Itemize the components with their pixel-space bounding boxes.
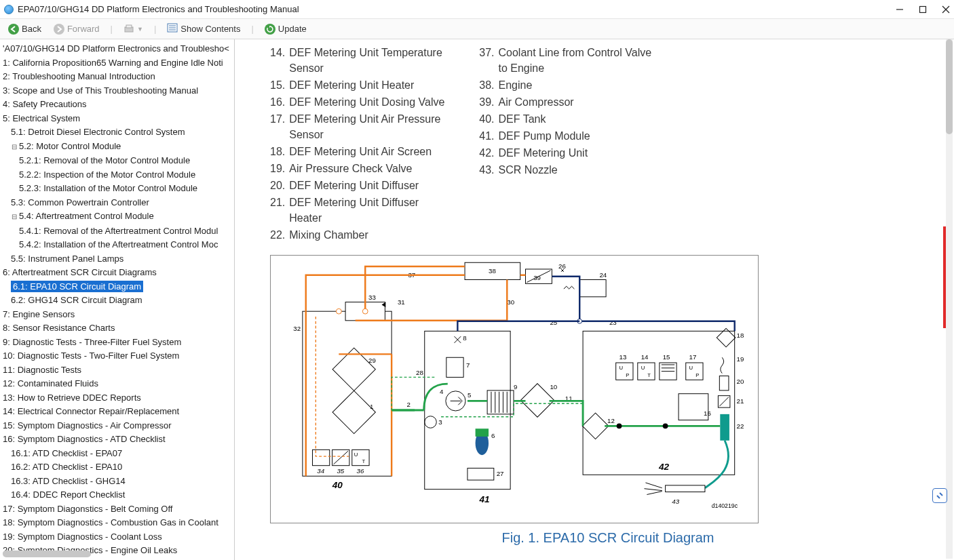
print-button[interactable]: ▼ bbox=[119, 23, 147, 35]
svg-rect-1 bbox=[920, 6, 926, 12]
content-pane[interactable]: 14.DEF Metering Unit Temperature Sensor1… bbox=[235, 39, 954, 560]
toc-item[interactable]: 5.2.1: Removal of the Motor Control Modu… bbox=[1, 154, 234, 168]
toc-item[interactable]: 5.5: Instrument Panel Lamps bbox=[1, 252, 234, 266]
toc-item[interactable]: 18: Symptom Diagnostics - Combustion Gas… bbox=[1, 516, 234, 530]
toc-item[interactable]: 16.3: ATD Checklist - GHG14 bbox=[1, 475, 234, 489]
toc-item[interactable]: 14: Electrical Connector Repair/Replacem… bbox=[1, 405, 234, 419]
legend-item: 17.DEF Metering Unit Air Pressure Sensor bbox=[270, 111, 452, 142]
toc-item-selected[interactable]: 6.1: EPA10 SCR Circuit Diagram bbox=[1, 280, 234, 294]
svg-text:7: 7 bbox=[466, 361, 470, 369]
minimize-icon[interactable] bbox=[896, 5, 904, 14]
svg-text:5: 5 bbox=[468, 391, 471, 399]
toc-item[interactable]: 10: Diagnostic Tests - Two-Filter Fuel S… bbox=[1, 349, 234, 363]
show-contents-button[interactable]: Show Contents bbox=[163, 22, 244, 36]
svg-text:16: 16 bbox=[704, 409, 711, 417]
toc-item[interactable]: 5.1: Detroit Diesel Electronic Control S… bbox=[1, 125, 234, 140]
svg-text:41: 41 bbox=[478, 494, 489, 504]
toc-item[interactable]: ⊟5.4: Aftertreatment Control Module bbox=[1, 209, 234, 224]
svg-point-105 bbox=[336, 308, 341, 314]
back-button[interactable]: Back bbox=[4, 22, 45, 36]
print-icon bbox=[123, 24, 134, 34]
svg-text:31: 31 bbox=[398, 298, 405, 306]
svg-rect-42 bbox=[468, 468, 494, 481]
svg-rect-62 bbox=[638, 363, 655, 380]
svg-text:39: 39 bbox=[533, 274, 541, 281]
toc-item[interactable]: 1: California Proposition65 Warning and … bbox=[1, 56, 234, 71]
sidebar-hscroll-thumb[interactable] bbox=[3, 551, 91, 557]
svg-text:3: 3 bbox=[438, 418, 442, 426]
toc-item[interactable]: 16.2: ATD Checklist - EPA10 bbox=[1, 460, 234, 475]
svg-text:T: T bbox=[362, 458, 365, 464]
toc-item[interactable]: 17: Symptom Diagonstics - Belt Coming Of… bbox=[1, 502, 234, 517]
legend-item: 20.DEF Metering Unit Diffuser bbox=[270, 178, 452, 193]
toolbar-separator: | bbox=[151, 24, 159, 34]
titlebar: EPA07/10/GHG14 DD Platform Electronics a… bbox=[0, 0, 954, 19]
legend-item: 19.Air Pressure Check Valve bbox=[270, 161, 452, 176]
toc-item[interactable]: 16: Symptom Diagnostics - ATD Checklist bbox=[1, 433, 234, 447]
toc-item[interactable]: 7: Engine Sensors bbox=[1, 308, 234, 322]
toolbar-separator: | bbox=[108, 24, 115, 34]
forward-icon bbox=[54, 24, 64, 35]
svg-text:4: 4 bbox=[440, 388, 444, 395]
legend-item: 37.Coolant Line from Control Valve to En… bbox=[479, 45, 654, 76]
toc-item[interactable]: 4: Safety Precautions bbox=[1, 98, 234, 112]
svg-text:40: 40 bbox=[332, 480, 343, 490]
svg-text:29: 29 bbox=[368, 357, 376, 364]
svg-rect-40 bbox=[476, 428, 489, 437]
toc-item[interactable]: 12: Contaminated Fluids bbox=[1, 377, 234, 391]
svg-text:9: 9 bbox=[514, 383, 517, 391]
svg-text:14: 14 bbox=[641, 353, 649, 361]
toc-item[interactable]: 16.4: DDEC Report Checklist bbox=[1, 488, 234, 502]
toc-item[interactable]: 9: Diagnostic Tests - Three-Filter Fuel … bbox=[1, 336, 234, 350]
maximize-icon[interactable] bbox=[919, 5, 927, 14]
content-vscroll-track[interactable] bbox=[946, 39, 953, 559]
content-vscroll-thumb[interactable] bbox=[946, 39, 953, 134]
toc-item[interactable]: ⊟5.2: Motor Control Module bbox=[1, 140, 234, 155]
svg-text:U: U bbox=[641, 365, 645, 371]
svg-rect-58 bbox=[616, 363, 633, 380]
legend-item: 39.Air Compressor bbox=[479, 94, 654, 110]
toc-item[interactable]: 5.2.2: Inspection of the Motor Control M… bbox=[1, 168, 234, 182]
svg-line-85 bbox=[719, 397, 729, 407]
contents-icon bbox=[167, 23, 178, 35]
remote-session-icon[interactable] bbox=[932, 488, 947, 503]
toc-item[interactable]: 8: Sensor Resistance Charts bbox=[1, 321, 234, 336]
svg-text:42: 42 bbox=[658, 462, 670, 472]
update-button[interactable]: Update bbox=[261, 22, 311, 36]
forward-button[interactable]: Forward bbox=[50, 22, 104, 36]
toc-item[interactable]: 5: Electrical System bbox=[1, 112, 234, 126]
toc-item[interactable]: 5.4.2: Installation of the Aftertreatmen… bbox=[1, 238, 234, 252]
svg-text:38: 38 bbox=[489, 267, 496, 275]
toc-item[interactable]: 5.3: Common Powertrain Controller bbox=[1, 196, 234, 210]
legend-item: 42.DEF Metering Unit bbox=[479, 145, 654, 161]
svg-text:27: 27 bbox=[497, 470, 504, 477]
svg-text:U: U bbox=[619, 365, 624, 371]
toc-item[interactable]: 13: How to Retrieve DDEC Reports bbox=[1, 391, 234, 405]
svg-text:15: 15 bbox=[663, 353, 670, 361]
svg-text:2: 2 bbox=[407, 401, 411, 408]
toc-item[interactable]: 15: Symptom Diagnostics - Air Compressor bbox=[1, 419, 234, 433]
svg-rect-28 bbox=[425, 331, 510, 489]
svg-text:25: 25 bbox=[550, 319, 557, 326]
svg-rect-87 bbox=[720, 414, 729, 441]
svg-line-21 bbox=[334, 451, 348, 464]
toc-item[interactable]: 3: Scope and Use of This Troubleshooting… bbox=[1, 84, 234, 98]
toc-item[interactable]: 6: Aftertreatment SCR Circuit Diagrams bbox=[1, 266, 234, 280]
toc-item[interactable]: 5.2.3: Installation of the Motor Control… bbox=[1, 182, 234, 196]
toc-item[interactable]: 19: Symptom Diagnostics - Coolant Loss bbox=[1, 530, 234, 544]
svg-text:U: U bbox=[689, 365, 693, 371]
toc-item[interactable]: 11: Diagnostic Tests bbox=[1, 363, 234, 378]
close-icon[interactable] bbox=[942, 5, 950, 14]
svg-text:d140219c: d140219c bbox=[712, 502, 738, 509]
toc-item[interactable]: 2: Troubleshooting Manual Introduction bbox=[1, 70, 234, 84]
toc-item[interactable]: 16.1: ATD Checklist - EPA07 bbox=[1, 447, 234, 461]
toc-root[interactable]: 'A07/10/GHG14 DD Platform Electronics an… bbox=[1, 42, 234, 56]
toc-item[interactable]: 6.2: GHG14 SCR Circuit Diagram bbox=[1, 294, 234, 308]
svg-point-106 bbox=[362, 308, 368, 314]
svg-text:34: 34 bbox=[317, 467, 324, 475]
svg-rect-99 bbox=[579, 280, 606, 297]
svg-rect-71 bbox=[686, 363, 703, 380]
window-title: EPA07/10/GHG14 DD Platform Electronics a… bbox=[18, 4, 299, 14]
toc-item[interactable]: 5.4.1: Removal of the Aftertreatment Con… bbox=[1, 224, 234, 239]
svg-text:35: 35 bbox=[337, 467, 344, 475]
